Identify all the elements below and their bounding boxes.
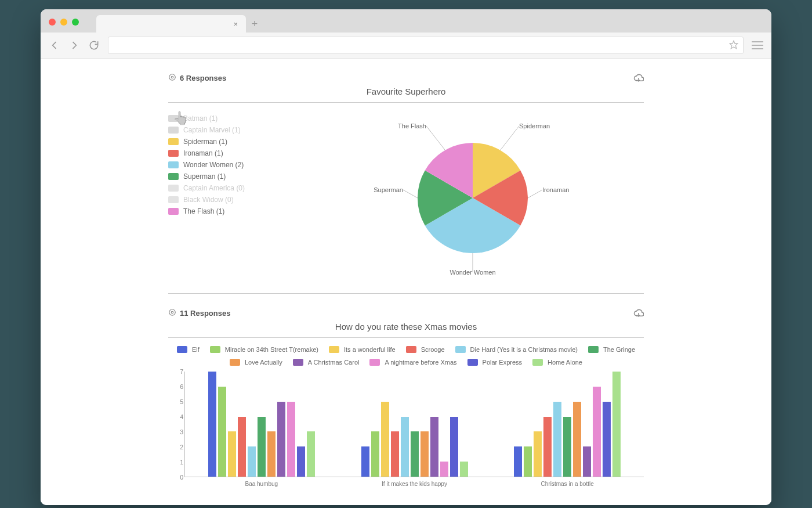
pie-slice-label: The Flash bbox=[398, 123, 426, 129]
legend-swatch bbox=[329, 346, 339, 353]
download-button[interactable] bbox=[633, 308, 644, 318]
legend-label: Batman (1) bbox=[183, 114, 217, 123]
legend-item[interactable]: The Gringe bbox=[588, 346, 635, 353]
legend-item[interactable]: Wonder Women (2) bbox=[168, 161, 284, 169]
bar[interactable] bbox=[361, 446, 369, 477]
bar[interactable] bbox=[218, 387, 226, 477]
svg-point-2 bbox=[171, 76, 173, 78]
legend-label: Polar Express bbox=[483, 359, 522, 366]
legend-swatch bbox=[177, 346, 187, 353]
bar[interactable] bbox=[583, 446, 591, 477]
legend-item[interactable]: Superman (1) bbox=[168, 172, 284, 181]
legend-swatch bbox=[293, 359, 303, 366]
legend-item[interactable]: A Christmas Carol bbox=[293, 359, 360, 366]
bar[interactable] bbox=[297, 446, 305, 477]
legend-item[interactable]: Captain America (0) bbox=[168, 184, 284, 192]
x-axis-label: Baa humbug bbox=[185, 481, 338, 487]
svg-point-9 bbox=[171, 311, 173, 314]
bar[interactable] bbox=[603, 402, 611, 477]
page-content: 6 Responses Favourite Superhero 👆 Batman… bbox=[41, 59, 771, 505]
address-bar[interactable] bbox=[108, 37, 744, 54]
legend-label: Die Hard (Yes it is a Christmas movie) bbox=[470, 346, 578, 353]
browser-tab[interactable]: × bbox=[96, 15, 246, 33]
minimize-window-button[interactable] bbox=[60, 19, 67, 26]
legend-item[interactable]: Captain Marvel (1) bbox=[168, 126, 284, 134]
y-axis-tick: 2 bbox=[180, 444, 183, 451]
legend-label: Superman (1) bbox=[183, 172, 226, 181]
pie-slice-label: Superman bbox=[374, 186, 403, 193]
new-tab-button[interactable]: + bbox=[246, 15, 263, 33]
legend-label: Love Actually bbox=[245, 359, 282, 366]
legend-item[interactable]: Ironaman (1) bbox=[168, 149, 284, 157]
close-window-button[interactable] bbox=[49, 19, 56, 26]
bar[interactable] bbox=[450, 417, 458, 477]
bar[interactable] bbox=[248, 446, 256, 477]
bar[interactable] bbox=[430, 417, 438, 477]
legend-item[interactable]: Miracle on 34th Street T(remake) bbox=[210, 346, 318, 353]
legend-item[interactable]: Spiderman (1) bbox=[168, 138, 284, 146]
divider bbox=[168, 102, 644, 103]
bar[interactable] bbox=[440, 462, 448, 477]
legend-item[interactable]: Black Widow (0) bbox=[168, 196, 284, 204]
tab-close-icon[interactable]: × bbox=[233, 20, 238, 28]
bar[interactable] bbox=[401, 417, 409, 477]
reload-button[interactable] bbox=[88, 39, 100, 51]
legend-item[interactable]: Batman (1) bbox=[168, 114, 284, 123]
bar[interactable] bbox=[514, 446, 522, 477]
legend-swatch bbox=[588, 346, 599, 353]
svg-line-4 bbox=[528, 190, 542, 198]
legend-label: The Flash (1) bbox=[183, 207, 224, 215]
bookmark-star-icon[interactable] bbox=[729, 40, 738, 51]
legend-item[interactable]: Polar Express bbox=[467, 359, 522, 366]
legend-item[interactable]: A nightmare before Xmas bbox=[369, 359, 456, 366]
bar[interactable] bbox=[573, 402, 581, 477]
pie-slice-label: Ironaman bbox=[542, 186, 569, 193]
bar-group: Christmas in a bottle bbox=[491, 372, 644, 477]
bar[interactable] bbox=[524, 446, 532, 477]
legend-item[interactable]: Home Alone bbox=[532, 359, 582, 366]
bar[interactable] bbox=[238, 417, 246, 477]
bar[interactable] bbox=[460, 462, 468, 477]
svg-point-8 bbox=[169, 309, 176, 315]
bar[interactable] bbox=[381, 402, 389, 477]
x-axis-label: Christmas in a bottle bbox=[491, 481, 644, 487]
bar[interactable] bbox=[267, 431, 276, 477]
download-button[interactable] bbox=[633, 73, 644, 83]
bar[interactable] bbox=[371, 431, 379, 477]
legend-item[interactable]: The Flash (1) bbox=[168, 207, 284, 215]
bar[interactable] bbox=[534, 431, 542, 477]
y-axis-tick: 6 bbox=[180, 384, 183, 390]
bar[interactable] bbox=[208, 372, 216, 477]
y-axis-tick: 1 bbox=[180, 459, 183, 466]
legend-swatch bbox=[455, 346, 466, 353]
bar[interactable] bbox=[287, 402, 295, 477]
bar[interactable] bbox=[593, 387, 601, 477]
back-button[interactable] bbox=[49, 39, 60, 51]
legend-swatch bbox=[168, 173, 179, 180]
bar[interactable] bbox=[277, 402, 285, 477]
bar[interactable] bbox=[228, 431, 236, 477]
legend-item[interactable]: Scrooge bbox=[406, 346, 445, 353]
legend-label: Miracle on 34th Street T(remake) bbox=[225, 346, 318, 353]
bar[interactable] bbox=[307, 431, 315, 477]
bar[interactable] bbox=[411, 431, 419, 477]
bar[interactable] bbox=[612, 372, 621, 477]
y-axis-tick: 3 bbox=[180, 429, 183, 435]
legend-item[interactable]: Love Actually bbox=[230, 359, 282, 366]
bar[interactable] bbox=[563, 417, 571, 477]
legend-item[interactable]: Its a wonderful life bbox=[329, 346, 396, 353]
bar[interactable] bbox=[543, 417, 552, 477]
forward-button[interactable] bbox=[68, 39, 80, 51]
legend-label: Scrooge bbox=[421, 346, 445, 353]
bar[interactable] bbox=[420, 431, 429, 477]
menu-button[interactable] bbox=[752, 39, 763, 51]
bar[interactable] bbox=[553, 402, 561, 477]
maximize-window-button[interactable] bbox=[72, 19, 79, 26]
legend-item[interactable]: Elf bbox=[177, 346, 200, 353]
bar[interactable] bbox=[258, 417, 266, 477]
svg-line-7 bbox=[426, 126, 445, 150]
pie-chart-title: Favourite Superhero bbox=[168, 87, 644, 96]
legend-item[interactable]: Die Hard (Yes it is a Christmas movie) bbox=[455, 346, 578, 353]
svg-line-6 bbox=[403, 190, 418, 198]
bar[interactable] bbox=[391, 431, 399, 477]
